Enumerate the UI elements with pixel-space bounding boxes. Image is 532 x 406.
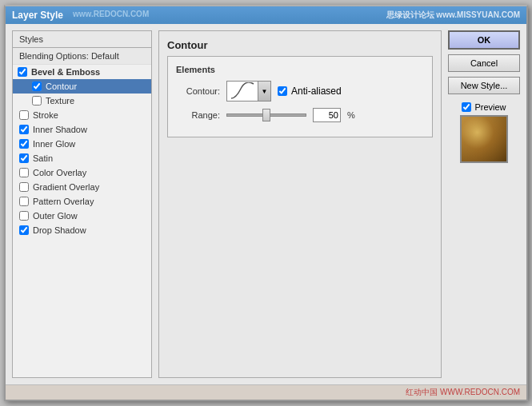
sidebar-item-stroke[interactable]: Stroke — [13, 108, 151, 122]
drop-shadow-checkbox[interactable] — [19, 225, 29, 235]
anti-aliased-checkbox[interactable] — [278, 86, 287, 96]
stroke-label: Stroke — [33, 110, 58, 120]
bevel-emboss-label: Bevel & Emboss — [31, 67, 100, 77]
satin-label: Satin — [33, 153, 53, 163]
range-slider[interactable] — [226, 113, 306, 117]
styles-header[interactable]: Styles — [13, 31, 151, 48]
title-bar-right: 思绿设计论坛 www.MISSYUAN.COM — [386, 10, 520, 21]
title-watermark: www.REDOCN.COM — [73, 10, 149, 21]
preview-section: Preview — [448, 102, 520, 163]
left-panel: Styles Blending Options: Default Bevel &… — [12, 30, 152, 378]
anti-aliased-label: Anti-aliased — [291, 86, 342, 97]
middle-panel: Contour Elements Contour: ▼ — [158, 30, 442, 378]
outer-glow-label: Outer Glow — [33, 211, 78, 221]
pattern-overlay-checkbox[interactable] — [19, 197, 29, 206]
range-row: Range: % — [176, 108, 424, 122]
range-label: Range: — [176, 110, 220, 120]
title-bar-left: Layer Style www.REDOCN.COM — [12, 10, 149, 21]
contour-curve-icon — [230, 82, 255, 100]
dialog-title: Layer Style — [12, 10, 63, 21]
title-bar: Layer Style www.REDOCN.COM 思绿设计论坛 www.MI… — [6, 6, 526, 24]
blending-options[interactable]: Blending Options: Default — [13, 48, 151, 65]
new-style-button[interactable]: New Style... — [448, 77, 520, 94]
elements-box: Elements Contour: ▼ — [167, 56, 433, 137]
sidebar-item-inner-shadow[interactable]: Inner Shadow — [13, 122, 151, 137]
texture-checkbox[interactable] — [32, 96, 42, 105]
sidebar-item-bevel-emboss[interactable]: Bevel & Emboss — [13, 65, 151, 79]
gradient-overlay-checkbox[interactable] — [19, 182, 29, 192]
sidebar-item-pattern-overlay[interactable]: Pattern Overlay — [13, 194, 151, 209]
satin-checkbox[interactable] — [19, 153, 29, 163]
gradient-overlay-label: Gradient Overlay — [33, 182, 99, 192]
contour-checkbox[interactable] — [32, 82, 42, 91]
section-title: Contour — [167, 39, 433, 51]
color-overlay-label: Color Overlay — [33, 168, 86, 177]
inner-glow-checkbox[interactable] — [19, 139, 29, 149]
drop-shadow-label: Drop Shadow — [33, 225, 86, 235]
preview-thumbnail — [460, 115, 508, 163]
inner-glow-label: Inner Glow — [33, 139, 75, 149]
dialog-body: Styles Blending Options: Default Bevel &… — [6, 24, 526, 384]
sidebar-item-color-overlay[interactable]: Color Overlay — [13, 165, 151, 180]
texture-label: Texture — [46, 96, 74, 105]
pattern-overlay-label: Pattern Overlay — [33, 197, 94, 206]
contour-selector[interactable]: ▼ — [226, 81, 271, 102]
contour-label: Contour — [46, 82, 77, 91]
inner-shadow-checkbox[interactable] — [19, 125, 29, 134]
watermark: 红动中国 WWW.REDOCN.COM — [6, 384, 526, 400]
layer-style-dialog: Layer Style www.REDOCN.COM 思绿设计论坛 www.MI… — [4, 5, 528, 401]
preview-label: Preview — [474, 102, 506, 112]
inner-shadow-label: Inner Shadow — [33, 125, 87, 134]
color-overlay-checkbox[interactable] — [19, 168, 29, 177]
contour-field-label: Contour: — [176, 86, 220, 96]
contour-dropdown-button[interactable]: ▼ — [258, 81, 271, 102]
range-value-input[interactable] — [313, 108, 341, 122]
sidebar-item-texture[interactable]: Texture — [13, 94, 151, 108]
sidebar-item-drop-shadow[interactable]: Drop Shadow — [13, 223, 151, 237]
sidebar-item-gradient-overlay[interactable]: Gradient Overlay — [13, 180, 151, 194]
stroke-checkbox[interactable] — [19, 110, 29, 120]
preview-checkbox-row: Preview — [462, 102, 506, 112]
elements-box-title: Elements — [176, 65, 424, 74]
cancel-button[interactable]: Cancel — [448, 54, 520, 72]
preview-checkbox[interactable] — [462, 102, 471, 112]
sidebar-item-inner-glow[interactable]: Inner Glow — [13, 137, 151, 151]
ok-button[interactable]: OK — [448, 30, 520, 50]
range-unit: % — [347, 110, 355, 120]
anti-alias-row: Anti-aliased — [278, 86, 342, 97]
right-panel: OK Cancel New Style... Preview — [448, 30, 520, 378]
contour-preview-box[interactable] — [226, 81, 258, 102]
sidebar-item-contour[interactable]: Contour — [13, 79, 151, 94]
contour-row: Contour: ▼ Anti-aliased — [176, 81, 424, 102]
sidebar-item-satin[interactable]: Satin — [13, 151, 151, 165]
bevel-emboss-checkbox[interactable] — [18, 67, 27, 77]
outer-glow-checkbox[interactable] — [19, 211, 29, 221]
sidebar-item-outer-glow[interactable]: Outer Glow — [13, 209, 151, 223]
